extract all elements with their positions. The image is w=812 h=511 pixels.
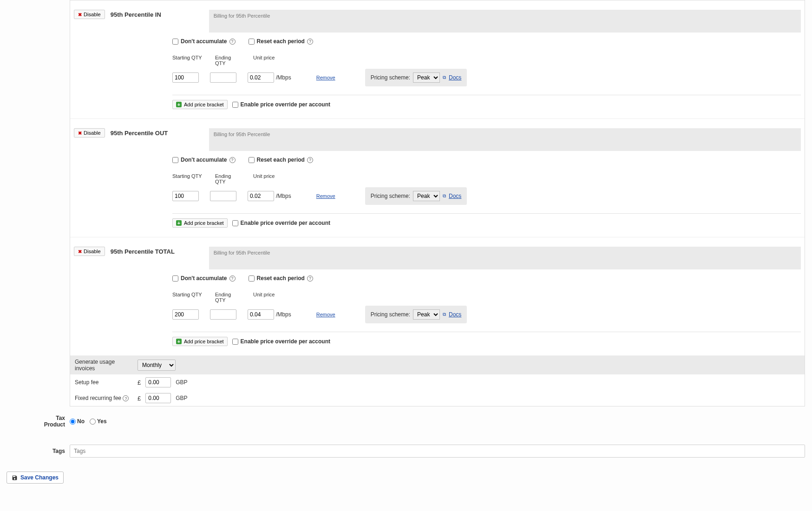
reset-period-checkbox[interactable]	[249, 39, 255, 45]
enable-override-checkbox[interactable]	[232, 102, 238, 108]
close-icon: ✖	[78, 12, 82, 17]
help-icon[interactable]: ?	[307, 275, 313, 282]
section-title: 95th Percentile OUT	[111, 128, 203, 137]
add-price-bracket-button[interactable]: + Add price bracket	[172, 218, 228, 228]
disable-button[interactable]: ✖ Disable	[74, 10, 105, 19]
plus-icon: +	[176, 339, 182, 344]
remove-link[interactable]: Remove	[316, 75, 335, 80]
unit-price-label: Unit price	[253, 173, 280, 184]
tags-input[interactable]	[70, 445, 805, 458]
disable-button[interactable]: ✖ Disable	[74, 128, 105, 138]
help-icon[interactable]: ?	[123, 395, 129, 401]
ending-qty-label: Ending QTY	[215, 292, 242, 303]
enable-override-label[interactable]: Enable price override per account	[232, 101, 330, 108]
save-changes-button[interactable]: Save Changes	[7, 472, 64, 484]
dont-accumulate-checkbox[interactable]	[172, 39, 178, 45]
tax-product-no-radio[interactable]	[70, 419, 76, 425]
reset-period-label[interactable]: Reset each period ?	[249, 157, 313, 163]
section-title: 95th Percentile IN	[111, 10, 203, 18]
tax-product-no-label[interactable]: No	[77, 418, 85, 425]
fixed-recurring-input[interactable]	[145, 393, 171, 403]
unit-suffix: /Mbps	[276, 74, 291, 81]
pricing-scheme-box: Pricing scheme: Peak ⧉ Docs	[365, 69, 467, 86]
unit-price-input[interactable]	[248, 72, 274, 83]
external-link-icon: ⧉	[443, 75, 446, 80]
enable-override-checkbox[interactable]	[232, 220, 238, 226]
enable-override-checkbox[interactable]	[232, 339, 238, 345]
pricing-scheme-label: Pricing scheme:	[371, 74, 410, 81]
starting-qty-input[interactable]	[172, 309, 199, 320]
remove-link[interactable]: Remove	[316, 193, 335, 199]
dont-accumulate-label[interactable]: Don't accumulate ?	[172, 38, 236, 45]
dont-accumulate-label[interactable]: Don't accumulate ?	[172, 157, 236, 163]
currency-symbol: £	[138, 395, 141, 402]
starting-qty-input[interactable]	[172, 72, 199, 83]
unit-price-label: Unit price	[253, 55, 280, 66]
reset-period-checkbox[interactable]	[249, 275, 255, 282]
ending-qty-input[interactable]	[210, 309, 236, 320]
add-price-bracket-button[interactable]: + Add price bracket	[172, 100, 228, 109]
disable-label: Disable	[84, 12, 101, 17]
reset-period-label[interactable]: Reset each period ?	[249, 275, 313, 282]
pricing-scheme-select[interactable]: Peak	[413, 191, 440, 201]
ending-qty-label: Ending QTY	[215, 173, 242, 184]
save-icon	[12, 475, 18, 481]
unit-price-input[interactable]	[248, 309, 274, 320]
unit-suffix: /Mbps	[276, 193, 291, 199]
enable-override-label[interactable]: Enable price override per account	[232, 220, 330, 226]
starting-qty-label: Starting QTY	[172, 55, 204, 66]
generate-invoices-select[interactable]: Monthly	[138, 360, 176, 371]
help-icon[interactable]: ?	[229, 157, 236, 163]
help-icon[interactable]: ?	[229, 275, 236, 282]
pricing-scheme-select[interactable]: Peak	[413, 72, 440, 83]
reset-period-label[interactable]: Reset each period ?	[249, 38, 313, 45]
dont-accumulate-checkbox[interactable]	[172, 157, 178, 163]
ending-qty-label: Ending QTY	[215, 55, 242, 66]
help-icon[interactable]: ?	[307, 157, 313, 163]
dont-accumulate-label[interactable]: Don't accumulate ?	[172, 275, 236, 282]
add-price-bracket-button[interactable]: + Add price bracket	[172, 337, 228, 346]
currency-symbol: £	[138, 379, 141, 386]
generate-invoices-label: Generate usage invoices	[75, 359, 133, 372]
section-title: 95th Percentile TOTAL	[111, 247, 203, 255]
ending-qty-input[interactable]	[210, 72, 236, 83]
unit-suffix: /Mbps	[276, 311, 291, 318]
reset-period-checkbox[interactable]	[249, 157, 255, 163]
tax-product-yes-label[interactable]: Yes	[97, 418, 107, 425]
pricing-scheme-select[interactable]: Peak	[413, 309, 440, 320]
docs-link[interactable]: Docs	[449, 74, 461, 81]
setup-fee-label: Setup fee	[75, 379, 133, 386]
tax-product-yes-radio[interactable]	[90, 419, 96, 425]
enable-override-label[interactable]: Enable price override per account	[232, 338, 330, 345]
close-icon: ✖	[78, 249, 82, 254]
docs-link[interactable]: Docs	[449, 311, 461, 318]
unit-price-input[interactable]	[248, 191, 274, 201]
starting-qty-label: Starting QTY	[172, 292, 204, 303]
starting-qty-input[interactable]	[172, 191, 199, 201]
fixed-recurring-row: Fixed recurring fee ? £ GBP	[70, 390, 805, 406]
tax-product-row: Tax Product No Yes	[37, 411, 805, 432]
pricing-scheme-label: Pricing scheme:	[371, 311, 410, 318]
unit-price-label: Unit price	[253, 292, 280, 303]
setup-fee-input[interactable]	[145, 377, 171, 387]
disable-button[interactable]: ✖ Disable	[74, 247, 105, 256]
billing-description: Billing for 95th Percentile	[209, 247, 801, 269]
tags-label: Tags	[37, 448, 65, 454]
external-link-icon: ⧉	[443, 312, 446, 317]
pricing-scheme-box: Pricing scheme: Peak ⧉ Docs	[365, 187, 467, 205]
docs-link[interactable]: Docs	[449, 193, 461, 199]
percentile-section-out: ✖ Disable 95th Percentile OUT Billing fo…	[70, 119, 805, 237]
pricing-scheme-box: Pricing scheme: Peak ⧉ Docs	[365, 306, 467, 323]
help-icon[interactable]: ?	[229, 39, 236, 45]
billing-description: Billing for 95th Percentile	[209, 128, 801, 151]
currency-code: GBP	[176, 379, 187, 386]
help-icon[interactable]: ?	[307, 39, 313, 45]
generate-invoices-row: Generate usage invoices Monthly	[70, 356, 805, 374]
dont-accumulate-checkbox[interactable]	[172, 275, 178, 282]
ending-qty-input[interactable]	[210, 191, 236, 201]
close-icon: ✖	[78, 131, 82, 136]
footer-section: Generate usage invoices Monthly Setup fe…	[70, 356, 805, 406]
remove-link[interactable]: Remove	[316, 312, 335, 317]
plus-icon: +	[176, 220, 182, 226]
pricing-scheme-label: Pricing scheme:	[371, 193, 410, 199]
